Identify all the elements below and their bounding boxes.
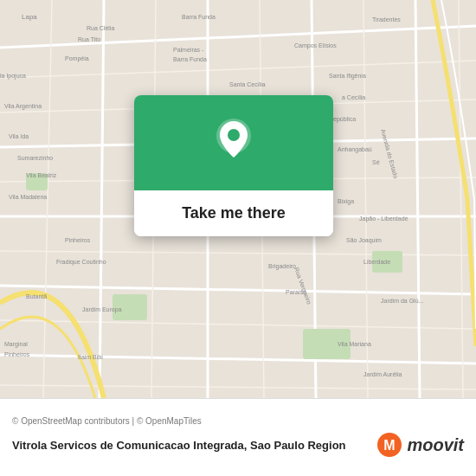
svg-text:Jardim Aurélia: Jardim Aurélia [363,371,402,377]
svg-text:Vila Beatriz: Vila Beatriz [26,172,57,178]
svg-text:Pinheiros: Pinheiros [4,351,30,357]
svg-text:Santa Cecília: Santa Cecília [229,81,266,87]
svg-text:São Joaquim: São Joaquim [346,237,382,244]
svg-text:M: M [384,438,396,453]
svg-text:Pompéia: Pompéia [65,55,89,62]
svg-text:Butantã: Butantã [26,293,47,299]
moovit-logo: M moovit [376,431,464,459]
svg-text:Anhangabaú: Anhangabaú [338,146,372,153]
svg-text:Pinheiros: Pinheiros [65,237,91,243]
svg-text:Fradique Coutinho: Fradique Coutinho [56,259,106,266]
svg-text:Rua Tito: Rua Tito [78,36,100,42]
moovit-icon: M [376,431,403,459]
map-attribution: © OpenStreetMap contributors | © OpenMap… [12,416,464,426]
svg-point-71 [228,129,240,141]
location-name: Vitrola Servicos de Comunicacao Integrad… [12,439,376,452]
svg-text:Santa Ifigênia: Santa Ifigênia [329,73,366,80]
svg-text:Vila Ida: Vila Ida [9,133,29,139]
svg-text:Barra Funda: Barra Funda [173,56,207,62]
location-popup: Take me there [134,95,333,236]
svg-text:Sumarezinho: Sumarezinho [17,155,53,161]
svg-text:Marginal: Marginal [4,341,28,348]
svg-text:Jardim da Glú...: Jardim da Glú... [381,298,423,304]
location-pin-icon [212,117,255,169]
take-me-there-button[interactable]: Take me there [134,190,333,236]
location-row: Vitrola Servicos de Comunicacao Integrad… [12,431,464,459]
svg-text:Vila Madalena: Vila Madalena [9,194,47,200]
map[interactable]: Lapa Rua Clélia Rua Tito Pompéia la Ipoj… [0,0,476,398]
svg-text:a Cecília: a Cecília [342,94,365,100]
bottom-bar: © OpenStreetMap contributors | © OpenMap… [0,398,476,476]
svg-text:Lapa: Lapa [22,13,37,21]
svg-text:Barra Funda: Barra Funda [182,14,215,20]
svg-text:Itaim Bibi: Itaim Bibi [78,354,103,360]
svg-text:Vila Argentina: Vila Argentina [4,103,42,110]
svg-text:Jardim Europa: Jardim Europa [82,306,122,313]
svg-text:Sé: Sé [372,159,380,165]
svg-text:Bixiga: Bixiga [338,198,354,205]
moovit-text: moovit [407,435,464,455]
svg-text:Rua Clélia: Rua Clélia [87,25,114,31]
svg-text:Brigadeiro: Brigadeiro [268,263,296,270]
svg-text:Campos Elísios: Campos Elísios [294,42,337,49]
svg-text:Palmeiras -: Palmeiras - [173,47,204,53]
svg-text:Japão - Liberdade: Japão - Liberdade [359,215,408,222]
svg-text:Tiradentes: Tiradentes [372,16,401,23]
popup-header [134,95,333,190]
svg-text:la Ipojuca: la Ipojuca [0,73,26,80]
svg-text:Vila Mariana: Vila Mariana [338,341,371,347]
svg-text:Liberdade: Liberdade [363,259,390,265]
